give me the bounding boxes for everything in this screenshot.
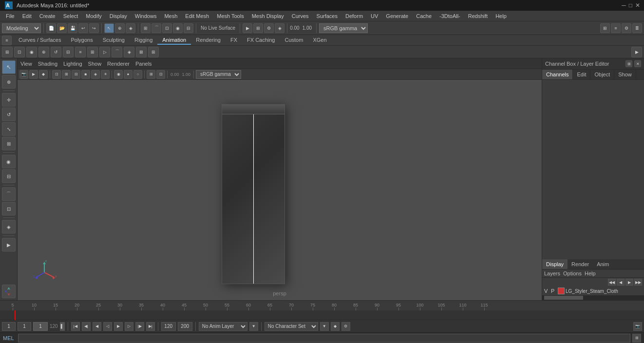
frame-end-btn[interactable]: ▌: [60, 322, 65, 331]
menu-mesh-display[interactable]: Mesh Display: [248, 12, 288, 20]
shelf-tool-10[interactable]: ⌒: [112, 47, 122, 57]
redo-btn[interactable]: ↪: [89, 23, 99, 33]
scale-tool-btn[interactable]: ⤡: [2, 122, 16, 136]
menu-create[interactable]: Create: [36, 12, 59, 20]
layer-scrollbar[interactable]: [542, 295, 644, 300]
panel-close-btn[interactable]: ✕: [634, 60, 641, 67]
vpt-wireframe-btn[interactable]: ⊟: [72, 70, 80, 79]
menu-mesh-tools[interactable]: Mesh Tools: [213, 12, 247, 20]
next-frame-btn[interactable]: |▶: [135, 322, 144, 331]
minimize-button[interactable]: ─: [622, 2, 626, 9]
rotate-tool-btn[interactable]: ↺: [2, 108, 16, 121]
menu-uv[interactable]: UV: [367, 12, 382, 20]
char-set-dropdown[interactable]: No Character Set: [265, 322, 318, 331]
disp-tab-anim[interactable]: Anim: [593, 259, 613, 269]
menu-mesh[interactable]: Mesh: [160, 12, 181, 20]
shelf-tool-1[interactable]: ⊞: [2, 47, 13, 57]
close-button[interactable]: ✕: [635, 2, 640, 9]
go-first-btn[interactable]: |◀: [71, 322, 80, 331]
shelf-tool-11[interactable]: ◈: [124, 47, 134, 57]
show-batch-btn[interactable]: ◈: [275, 23, 284, 33]
shelf-tab-rigging[interactable]: Rigging: [130, 36, 157, 45]
vpt-gamma-select[interactable]: sRGB gamma: [196, 70, 241, 79]
shelf-tab-animation[interactable]: Animation: [157, 36, 191, 45]
menu-redshift[interactable]: Redshift: [464, 12, 492, 20]
gamma-dropdown[interactable]: sRGB gamma: [319, 23, 368, 33]
vpt-light-btn[interactable]: ☀: [101, 70, 110, 79]
shelf-tool-5[interactable]: ↺: [51, 47, 61, 57]
shelf-tab-fx[interactable]: FX: [226, 36, 242, 45]
select-tool-btn[interactable]: ↖: [2, 60, 16, 74]
viewport[interactable]: View Shading Lighting Show Renderer Pane…: [18, 58, 542, 300]
ch-tab-object[interactable]: Object: [590, 70, 614, 79]
channel-box-btn[interactable]: ⊞: [600, 23, 610, 33]
shelf-tool-7[interactable]: ≡: [75, 47, 86, 57]
shelf-tool-12[interactable]: ⊠: [136, 47, 147, 57]
xgen-btn[interactable]: ▶: [2, 238, 16, 252]
vpt-key-btn[interactable]: ◆: [39, 70, 48, 79]
layer-color-swatch[interactable]: [558, 288, 565, 294]
vp-menu-renderer[interactable]: Renderer: [107, 61, 130, 67]
shelf-tool-4[interactable]: ⊕: [38, 47, 49, 57]
ch-tab-channels[interactable]: Channels: [542, 70, 573, 79]
shelf-tab-fx-caching[interactable]: FX Caching: [242, 36, 280, 45]
mel-input[interactable]: [18, 334, 630, 343]
layers-menu-help[interactable]: Help: [585, 271, 596, 276]
layer-last-btn[interactable]: ▶▶: [634, 279, 642, 286]
layer-first-btn[interactable]: ◀◀: [608, 279, 616, 286]
vpt-play-btn[interactable]: ▶: [29, 70, 38, 79]
vpt-grid-btn[interactable]: ⊞: [147, 70, 155, 79]
vpt-solid-btn[interactable]: ■: [81, 70, 90, 79]
vpt-xray-btn[interactable]: ⊞: [62, 70, 71, 79]
paint-btn[interactable]: ◈: [2, 220, 16, 234]
shelf-tab-sculpting[interactable]: Sculpting: [98, 36, 130, 45]
layers-menu-layers[interactable]: Layers: [544, 271, 560, 276]
shelf-scroll-right[interactable]: ▶: [631, 47, 642, 57]
anim-layer-dropdown[interactable]: No Anim Layer: [199, 322, 247, 331]
disp-tab-render[interactable]: Render: [568, 259, 593, 269]
paint-mode-btn[interactable]: ◈: [126, 23, 135, 33]
select-mode-btn[interactable]: ↖: [104, 23, 114, 33]
menu-cache[interactable]: Cache: [412, 12, 436, 20]
vp-menu-lighting[interactable]: Lighting: [63, 61, 82, 67]
nav-icon-btn[interactable]: [2, 285, 16, 298]
menu-modify[interactable]: Modify: [82, 12, 105, 20]
vp-menu-panels[interactable]: Panels: [135, 61, 152, 67]
vpt-texture-btn[interactable]: ◈: [91, 70, 100, 79]
menu-surfaces[interactable]: Surfaces: [313, 12, 341, 20]
vp-menu-view[interactable]: View: [20, 61, 32, 67]
shelf-tool-2[interactable]: ⊡: [14, 47, 25, 57]
shelf-tab-rendering[interactable]: Rendering: [191, 36, 226, 45]
playback-end-input[interactable]: [161, 322, 176, 331]
shelf-tool-3[interactable]: ◉: [26, 47, 37, 57]
go-last-btn[interactable]: ▶|: [146, 322, 155, 331]
vp-menu-show[interactable]: Show: [88, 61, 102, 67]
menu-edit-mesh[interactable]: Edit Mesh: [181, 12, 213, 20]
char-key-btn[interactable]: ◆: [331, 322, 340, 331]
shelf-tool-13[interactable]: ⊞: [148, 47, 159, 57]
render-seq-btn[interactable]: ⊞: [253, 23, 263, 33]
layer-scrollbar-thumb[interactable]: [544, 296, 583, 300]
anim-layer-btn[interactable]: ▼: [249, 322, 258, 331]
layer-row[interactable]: V P LG_Styler_Steam_Cloth: [542, 287, 644, 295]
vpt-camera-btn[interactable]: 📷: [19, 70, 28, 79]
char-attr-btn[interactable]: ⚙: [341, 322, 350, 331]
open-scene-btn[interactable]: 📂: [57, 23, 67, 33]
shelf-tab-polygons[interactable]: Polygons: [66, 36, 97, 45]
vpt-ao-btn[interactable]: ●: [124, 70, 133, 79]
frame-display-input[interactable]: [34, 322, 47, 331]
shelf-tab-custom[interactable]: Custom: [280, 36, 308, 45]
shelf-tab-xgen[interactable]: XGen: [308, 36, 331, 45]
layer-next-btn[interactable]: ▶: [625, 279, 633, 286]
window-controls[interactable]: ─ □ ✕: [622, 2, 640, 9]
panel-float-btn[interactable]: ⊞: [625, 60, 632, 67]
ch-tab-show[interactable]: Show: [614, 70, 636, 79]
play-forward-btn[interactable]: ▶: [114, 322, 123, 331]
timeline-ruler[interactable]: 5 10 15 20 25 30 35 40 4: [0, 301, 644, 310]
ch-tab-edit[interactable]: Edit: [573, 70, 590, 79]
outliner-btn[interactable]: ≣: [632, 23, 642, 33]
shelf-tab-curves[interactable]: Curves / Surfaces: [14, 36, 66, 45]
lasso-mode-btn[interactable]: ⊕: [115, 23, 125, 33]
char-set-btn[interactable]: ▼: [320, 322, 329, 331]
save-scene-btn[interactable]: 💾: [68, 23, 77, 33]
